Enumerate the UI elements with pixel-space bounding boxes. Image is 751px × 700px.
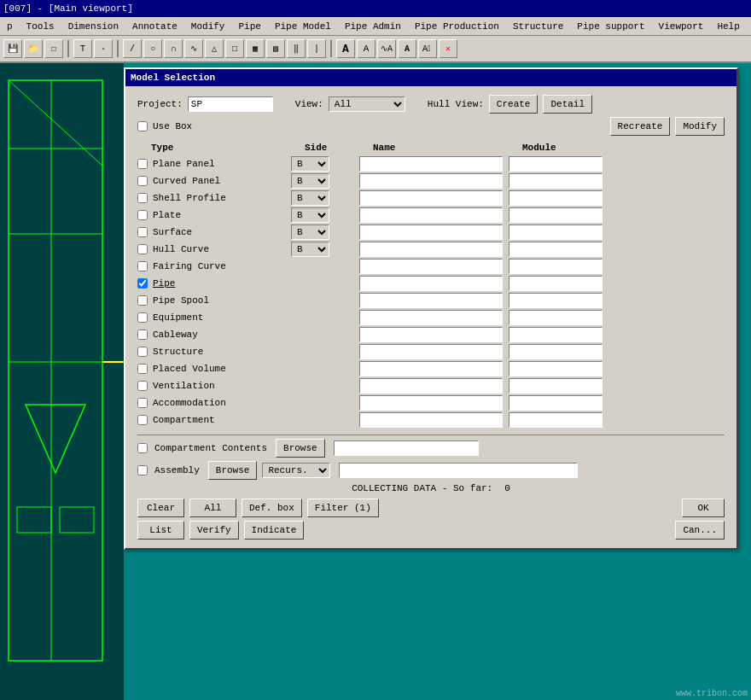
toolbar-btn-circle[interactable]: ○ <box>143 39 162 58</box>
cb-accommodation[interactable] <box>137 398 148 408</box>
view-select[interactable]: All <box>329 96 405 112</box>
menu-pipe-model[interactable]: Pipe Model <box>271 20 335 32</box>
toolbar-btn-poly[interactable]: △ <box>205 39 224 58</box>
cb-curved-panel[interactable] <box>137 176 148 186</box>
menu-pipe-production[interactable]: Pipe Production <box>411 20 503 32</box>
toolbar-btn-close[interactable]: ✕ <box>439 39 457 58</box>
name-compartment[interactable] <box>359 412 503 428</box>
cb-compartment[interactable] <box>137 415 148 425</box>
name-pipe[interactable] <box>359 276 503 291</box>
name-hull-curve[interactable] <box>359 242 503 257</box>
cb-plate[interactable] <box>137 210 148 220</box>
cb-surface[interactable] <box>137 227 148 237</box>
cb-shell-profile[interactable] <box>137 193 148 203</box>
browse-asm-button[interactable]: Browse <box>208 461 258 480</box>
toolbar-btn-dim[interactable]: ‖ <box>287 39 306 58</box>
module-equipment[interactable] <box>509 310 603 325</box>
module-structure[interactable] <box>509 344 603 359</box>
name-cableway[interactable] <box>359 327 503 342</box>
toolbar-btn-rect[interactable]: □ <box>225 39 244 58</box>
list-button[interactable]: List <box>137 521 184 540</box>
toolbar-btn-hatch[interactable]: ▧ <box>266 39 285 58</box>
side-surface[interactable]: B <box>291 225 329 240</box>
cb-fairing-curve[interactable] <box>137 261 148 271</box>
toolbar-btn-2[interactable]: 📁 <box>24 39 43 58</box>
cb-placed-volume[interactable] <box>137 364 148 374</box>
toolbar-btn-4[interactable]: T <box>73 39 92 58</box>
module-cableway[interactable] <box>509 327 603 342</box>
menu-dimension[interactable]: Dimension <box>65 20 122 32</box>
modify-button[interactable]: Modify <box>675 117 725 136</box>
use-box-checkbox[interactable] <box>137 121 148 131</box>
toolbar-btn-textA2[interactable]: A <box>357 39 376 58</box>
name-ventilation[interactable] <box>359 378 503 394</box>
module-curved-panel[interactable] <box>509 173 603 189</box>
module-plane-panel[interactable] <box>509 156 603 172</box>
menu-tools[interactable]: Tools <box>23 20 58 32</box>
module-compartment[interactable] <box>509 412 603 428</box>
module-shell-profile[interactable] <box>509 190 603 206</box>
cb-assembly[interactable] <box>137 465 148 475</box>
compartment-contents-input[interactable] <box>334 440 479 456</box>
menu-pipe-admin[interactable]: Pipe Admin <box>341 20 405 32</box>
toolbar-btn-arc[interactable]: ∩ <box>164 39 183 58</box>
side-shell-profile[interactable]: B <box>291 190 329 206</box>
browse-cc-button[interactable]: Browse <box>276 439 325 458</box>
assembly-input[interactable] <box>339 463 578 478</box>
ok-button[interactable]: OK <box>682 499 725 517</box>
toolbar-btn-textA4[interactable]: A⃞ <box>418 39 437 58</box>
clear-button[interactable]: Clear <box>137 499 184 517</box>
def-box-button[interactable]: Def. box <box>242 499 302 517</box>
cb-equipment[interactable] <box>137 312 148 323</box>
menu-annotate[interactable]: Annotate <box>129 20 181 32</box>
toolbar-btn-textA[interactable]: A <box>336 39 355 58</box>
name-placed-volume[interactable] <box>359 361 503 376</box>
toolbar-btn-5[interactable]: · <box>94 39 113 58</box>
module-plate[interactable] <box>509 207 603 223</box>
create-button[interactable]: Create <box>489 95 539 114</box>
toolbar-btn-line[interactable]: / <box>123 39 142 58</box>
toolbar-btn-textwave[interactable]: ∿A <box>377 39 396 58</box>
name-shell-profile[interactable] <box>359 190 503 206</box>
module-surface[interactable] <box>509 225 603 240</box>
menu-viewport[interactable]: Viewport <box>655 20 707 32</box>
name-surface[interactable] <box>359 225 503 240</box>
toolbar-btn-dim2[interactable]: | <box>307 39 326 58</box>
cb-pipe-spool[interactable] <box>137 295 148 306</box>
recursion-select[interactable]: Recurs. <box>262 463 330 478</box>
cb-ventilation[interactable] <box>137 381 148 391</box>
cb-hull-curve[interactable] <box>137 244 148 254</box>
name-fairing-curve[interactable] <box>359 259 503 274</box>
name-accommodation[interactable] <box>359 395 503 411</box>
menu-structure[interactable]: Structure <box>509 20 567 32</box>
module-accommodation[interactable] <box>509 395 603 411</box>
module-pipe-spool[interactable] <box>509 293 603 308</box>
module-placed-volume[interactable] <box>509 361 603 376</box>
name-plate[interactable] <box>359 207 503 223</box>
filter-button[interactable]: Filter (1) <box>307 499 379 517</box>
menu-modify[interactable]: Modify <box>188 20 229 32</box>
module-fairing-curve[interactable] <box>509 259 603 274</box>
toolbar-btn-textA3[interactable]: A <box>398 39 416 58</box>
side-plane-panel[interactable]: B <box>291 156 329 172</box>
toolbar-btn-fill[interactable]: ▦ <box>246 39 265 58</box>
side-plate[interactable]: B <box>291 207 329 223</box>
name-curved-panel[interactable] <box>359 173 503 189</box>
menu-p[interactable]: p <box>3 20 16 32</box>
toolbar-btn-3[interactable]: ☐ <box>44 39 63 58</box>
cb-cableway[interactable] <box>137 330 148 340</box>
recreate-button[interactable]: Recreate <box>610 117 671 136</box>
module-ventilation[interactable] <box>509 378 603 394</box>
cb-pipe[interactable] <box>137 278 148 289</box>
detail-button[interactable]: Detail <box>543 95 592 114</box>
indicate-button[interactable]: Indicate <box>244 521 305 540</box>
cb-structure[interactable] <box>137 347 148 357</box>
name-equipment[interactable] <box>359 310 503 325</box>
menu-help[interactable]: Help <box>713 20 742 32</box>
toolbar-btn-1[interactable]: 💾 <box>3 39 22 58</box>
project-input[interactable] <box>188 96 273 112</box>
all-button[interactable]: All <box>189 499 236 517</box>
cb-compartment-contents[interactable] <box>137 443 148 453</box>
name-structure[interactable] <box>359 344 503 359</box>
toolbar-btn-curve[interactable]: ∿ <box>184 39 203 58</box>
